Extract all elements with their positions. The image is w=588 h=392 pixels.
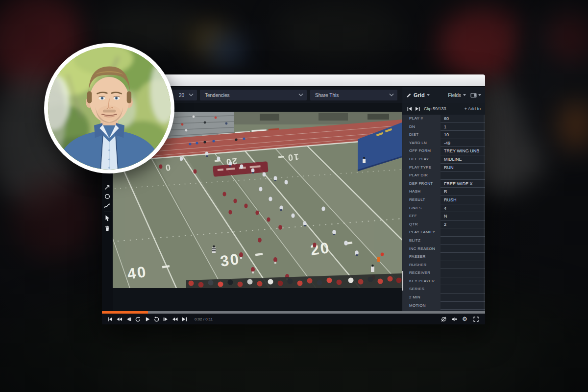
field-label: DN bbox=[402, 123, 441, 131]
share-this-dropdown[interactable]: Share This bbox=[310, 90, 397, 100]
cursor-tool-icon[interactable] bbox=[104, 215, 111, 221]
field-value-cell[interactable] bbox=[441, 253, 485, 261]
tools-divider bbox=[104, 212, 111, 212]
field-list: PLAY #60DN1DIST10YARD LN-49OFF FORMTREY … bbox=[402, 115, 485, 311]
skip-to-end-button[interactable] bbox=[181, 316, 188, 322]
field-value-cell[interactable] bbox=[441, 245, 485, 253]
skip-to-start-button[interactable] bbox=[107, 316, 113, 322]
field-label: RESULT bbox=[402, 196, 441, 204]
page: 20 Tendencies Share This bbox=[0, 0, 588, 392]
field-row: YARD LN-49 bbox=[402, 139, 485, 147]
caret-down-icon bbox=[478, 94, 481, 96]
previous-clip-button[interactable] bbox=[407, 106, 412, 111]
chevron-down-icon bbox=[298, 93, 303, 97]
next-clip-button[interactable] bbox=[415, 106, 420, 111]
field-value-cell[interactable]: FREE WIDE X bbox=[441, 180, 485, 188]
field-value-cell[interactable]: RUN bbox=[441, 164, 485, 172]
season-dropdown-label: 20 bbox=[179, 93, 184, 98]
fullscreen-icon[interactable] bbox=[473, 316, 479, 322]
settings-gear-icon[interactable]: ⚙ bbox=[462, 316, 468, 322]
loop-toggle-icon[interactable] bbox=[441, 316, 447, 322]
grid-button-label: Grid bbox=[414, 92, 425, 98]
play-button[interactable] bbox=[144, 316, 150, 322]
field-value-cell[interactable] bbox=[441, 285, 485, 294]
frame-back-button[interactable] bbox=[125, 316, 132, 322]
field-label: PLAY FAMILY bbox=[402, 228, 441, 237]
chevron-down-icon bbox=[189, 93, 194, 97]
panel-header: Grid Fields bbox=[402, 87, 485, 103]
field-value-cell[interactable]: N bbox=[441, 212, 485, 220]
transport-controls: 0:02 / 0:11 ⚙ bbox=[102, 314, 485, 324]
field-label: EFF bbox=[402, 212, 441, 220]
field-row: PLAY DIR bbox=[402, 172, 485, 180]
panel-scrollbar-thumb[interactable] bbox=[402, 271, 403, 291]
field-row: DN1 bbox=[402, 123, 485, 131]
fields-button-label: Fields bbox=[448, 93, 461, 98]
field-value-cell[interactable] bbox=[441, 294, 485, 302]
circle-draw-tool-icon[interactable] bbox=[104, 193, 111, 200]
grid-button[interactable]: Grid bbox=[406, 92, 430, 98]
field-row: QTR2 bbox=[402, 220, 485, 229]
field-value-cell[interactable]: R bbox=[441, 188, 485, 196]
field-row: RUSHER bbox=[402, 261, 485, 270]
field-value-cell[interactable] bbox=[441, 172, 485, 180]
add-to-button[interactable]: + Add to bbox=[465, 106, 481, 111]
pencil-icon bbox=[406, 93, 412, 98]
field-row: OFF FORMTREY WING UNB bbox=[402, 147, 485, 155]
field-value-cell[interactable]: 60 bbox=[441, 115, 485, 123]
field-label: HASH bbox=[402, 188, 441, 196]
field-value-cell[interactable]: 4 bbox=[441, 204, 485, 213]
field-value-cell[interactable]: RUSH bbox=[441, 196, 485, 204]
field-value-cell[interactable]: TREY WING UNB bbox=[441, 147, 485, 155]
delete-drawing-icon[interactable] bbox=[104, 225, 111, 232]
field-label: 2 MIN bbox=[402, 294, 441, 302]
field-row: PASSER bbox=[402, 253, 485, 261]
field-value-cell[interactable]: 1 bbox=[441, 123, 485, 131]
field-row: GN/LS4 bbox=[402, 204, 485, 213]
field-value-cell[interactable]: 2 bbox=[441, 220, 485, 229]
field-row: PLAY TYPERUN bbox=[402, 164, 485, 172]
field-value-cell[interactable] bbox=[441, 237, 485, 245]
rewind-button[interactable] bbox=[116, 316, 122, 322]
data-panel: Grid Fields Clip 59/133 bbox=[402, 87, 485, 311]
field-value-cell[interactable] bbox=[441, 277, 485, 286]
field-row: DEF FRONTFREE WIDE X bbox=[402, 180, 485, 188]
caret-down-icon bbox=[427, 94, 430, 96]
field-value-cell[interactable] bbox=[441, 261, 485, 270]
replay-back-button[interactable] bbox=[135, 316, 141, 322]
freehand-draw-tool-icon[interactable] bbox=[104, 202, 111, 209]
field-row: DIST10 bbox=[402, 131, 485, 139]
field-label: QTR bbox=[402, 220, 441, 229]
field-row: MOTION bbox=[402, 302, 485, 310]
yard-number-far-0: 0 bbox=[164, 162, 171, 172]
field-value-cell[interactable]: -49 bbox=[441, 139, 485, 147]
field-value-cell[interactable] bbox=[441, 302, 485, 310]
field-value-cell[interactable] bbox=[441, 269, 485, 277]
field-value-cell[interactable]: MIDLINE bbox=[441, 155, 485, 164]
clip-counter: Clip 59/133 bbox=[424, 106, 446, 111]
field-label: KEY PLAYER bbox=[402, 277, 441, 286]
tendencies-dropdown-label: Tendencies bbox=[200, 93, 230, 98]
field-row: OFF PLAYMIDLINE bbox=[402, 155, 485, 164]
field-value-cell[interactable] bbox=[441, 228, 485, 237]
arrow-draw-tool-icon[interactable] bbox=[104, 184, 111, 191]
field-label: OFF PLAY bbox=[402, 155, 441, 164]
frame-forward-button[interactable] bbox=[163, 316, 169, 322]
caret-down-icon bbox=[463, 94, 466, 96]
fast-forward-button[interactable] bbox=[172, 316, 178, 322]
yard-number-far-10: 10 bbox=[287, 152, 299, 163]
chevron-down-icon bbox=[389, 93, 394, 97]
field-row: BLITZ bbox=[402, 237, 485, 245]
field-label: DIST bbox=[402, 131, 441, 139]
tendencies-dropdown[interactable]: Tendencies bbox=[200, 90, 307, 100]
panel-layout-button[interactable] bbox=[470, 93, 481, 98]
field-label: PASSER bbox=[402, 253, 441, 261]
field-label: RECEIVER bbox=[402, 269, 441, 277]
field-value-cell[interactable]: 10 bbox=[441, 131, 485, 139]
field-row: RECEIVER bbox=[402, 269, 485, 277]
skip-forward-seconds-button[interactable] bbox=[153, 316, 160, 322]
field-row: EFFN bbox=[402, 212, 485, 220]
field-row: SERIES bbox=[402, 285, 485, 294]
fields-button[interactable]: Fields bbox=[448, 93, 466, 98]
mute-icon[interactable] bbox=[451, 316, 458, 322]
